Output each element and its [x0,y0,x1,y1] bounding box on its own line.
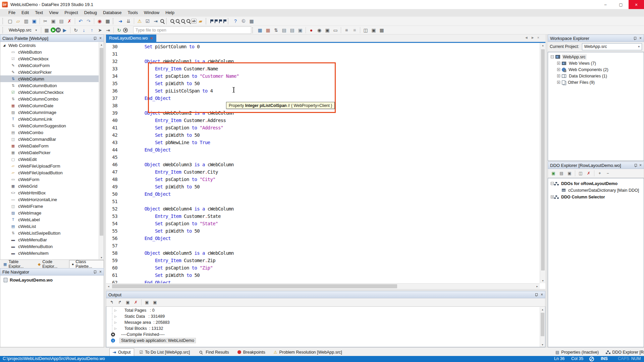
menu-view[interactable]: View [46,9,61,16]
run-to-cursor-icon[interactable]: ➤ [96,26,104,34]
step-into-icon[interactable]: ↓ [80,26,88,34]
palette-item-cwebdateform[interactable]: ▦cWebDateForm [0,142,104,149]
menu-project[interactable]: Project [61,9,81,16]
palette-item-cwebhorizontalline[interactable]: —cWebHorizontalLine [0,196,104,203]
palette-item-cwebcolumnbutton[interactable]: ⇅cWebColumnButton [0,82,104,89]
find-next-icon[interactable] [175,18,180,24]
editor-horizontal-scrollbar[interactable]: ◄ ► [106,283,540,289]
watch-icon[interactable]: ◉ [315,26,323,34]
new-file-icon[interactable]: ▢ [6,17,14,25]
scrollbar-thumb[interactable] [541,313,544,336]
undo-icon[interactable]: ↶ [76,17,85,25]
palette-item-cwebedit[interactable]: ▢cWebEdit [0,156,104,163]
palette-item-cweblistswipebutton[interactable]: ⇅cWebListSwipeButton [0,230,104,236]
class-palette-scrollbar[interactable]: ▲ ▼ [99,42,104,260]
help-icon[interactable]: ? [231,17,239,25]
split-window-icon[interactable]: ◫ [362,26,370,34]
scroll-up-icon[interactable]: ▲ [540,307,545,312]
tree-item-web-views-7-[interactable]: +Web Views (7) [557,60,597,66]
find-in-files-icon[interactable] [186,18,191,24]
bottom-tab-todo[interactable]: ☑To Do List [WebApp.src] [137,348,193,356]
cut-icon[interactable]: ✂ [41,17,49,25]
outline-view-icon[interactable]: ≡ [351,26,359,34]
output-line[interactable]: ▷Total Pages : 0 [106,307,536,313]
bottom-tab-breakpoint[interactable]: Breakpoints [234,348,268,356]
bottom-tab-properties[interactable]: ▤Properties (Inactive) [552,348,602,356]
tree-item-ddos-for-orowlayoutdemo[interactable]: −DDOs for oRowLayoutDemo [551,180,619,187]
tree-item-ddo-column-selector[interactable]: +DDO Column Selector [551,194,606,200]
menu-window[interactable]: Window [141,9,162,16]
palette-item-cweblabel[interactable]: TcWebLabel [0,216,104,223]
close-icon[interactable]: × [639,164,642,167]
bottom-tab-find[interactable]: Find Results [195,348,232,356]
pin-icon[interactable] [634,164,637,167]
find-icon[interactable] [170,18,175,24]
palette-item-cwebmenuitem[interactable]: ▬cWebMenuItem [0,250,104,256]
palette-item-cwebcommandbar[interactable]: ◫cWebCommandBar [0,136,104,142]
find-previous-icon[interactable] [180,18,186,24]
palette-item-cwebcolumnlink[interactable]: TcWebColumnLink [0,116,104,122]
scroll-down-icon[interactable]: ▼ [540,278,546,283]
menu-help[interactable]: Help [162,9,177,16]
stop-debugging-icon[interactable] [123,28,128,33]
paste-icon[interactable]: ▤ [57,17,65,25]
close-document-icon[interactable]: × [537,36,539,40]
compare-ddo-icon[interactable]: ◫ [577,169,585,177]
database-tools-icon[interactable]: ▤ [288,26,296,34]
palette-item-cwebdatepicker[interactable]: ▦cWebDatePicker [0,149,104,156]
palette-item-cwebcolorpicker[interactable]: ✎cWebColorPicker [0,69,104,75]
menu-file[interactable]: File [5,9,18,16]
menu-debug[interactable]: Debug [81,9,100,16]
palette-item-cwebcolorform[interactable]: ✎cWebColorForm [0,62,104,69]
palette-item-cwebform[interactable]: ▭cWebForm [0,176,104,183]
keyboard-map-icon[interactable]: ▦ [248,17,256,25]
record-macro-icon[interactable]: ◉ [96,17,104,25]
output-scrollbar[interactable]: ▲ ▼ [540,307,545,347]
pin-icon[interactable] [93,37,97,40]
expand-arrow-icon[interactable]: ▷ [114,309,117,312]
copy-icon[interactable]: ▣ [49,17,57,25]
maximize-button[interactable]: ▢ [613,0,629,9]
refresh-icon[interactable]: ↻ [115,26,123,34]
list-view-icon[interactable]: ≡ [342,26,351,34]
palette-item-cwebhtmlbox[interactable]: <>cWebHtmlBox [0,189,104,196]
output-line[interactable]: ----Compile Finished---- [106,331,536,338]
add-ddo-icon[interactable]: ▣ [549,169,557,177]
error-list-icon[interactable]: ⚠ [136,17,144,25]
palette-item-cwebcolumncombo[interactable]: ⇅cWebColumnCombo [0,96,104,102]
tree-item-web-components-2-[interactable]: +Web Components (2) [557,66,609,73]
scrollbar-thumb[interactable] [541,49,545,270]
scrollbar-thumb[interactable] [100,48,103,236]
pin-icon[interactable] [93,270,97,274]
step-out-icon[interactable]: ↑ [88,26,96,34]
print-icon[interactable]: ▦ [104,17,112,25]
arrange-windows-icon[interactable]: ▣ [370,26,378,34]
palette-item-cwebfileuploadbutton[interactable]: ▱cWebFileUploadButton [0,169,104,176]
expand-icon[interactable]: + [557,74,560,77]
scroll-up-icon[interactable]: ▲ [540,43,546,48]
redo-icon[interactable]: ↷ [85,17,93,25]
save-icon[interactable]: ▥ [22,17,30,25]
expand-all-icon[interactable]: + [596,169,604,177]
delete-ddo-icon[interactable]: ✗ [585,169,593,177]
menu-tools[interactable]: Tools [125,9,141,16]
register-components-icon[interactable]: ▦ [43,26,51,34]
tab-code-explorer[interactable]: ◆Code Explor... [35,260,69,268]
export-icon[interactable]: ⇥ [152,17,160,25]
collapse-all-icon[interactable]: − [604,169,612,177]
deploy-client-icon[interactable]: ➜ [116,17,124,25]
expand-arrow-icon[interactable]: ▷ [114,321,117,324]
scroll-down-icon[interactable]: ▼ [540,342,545,347]
find-previous-message-icon[interactable]: ↰ [108,298,116,306]
palette-item-cwebcolumndate[interactable]: ▦cWebColumnDate [0,102,104,109]
palette-item-cwebiframe[interactable]: ◫cWebIFrame [0,203,104,209]
expand-arrow-icon[interactable]: ▷ [114,327,117,330]
clear-output-icon[interactable]: ✗ [132,298,140,306]
menu-text[interactable]: Text [32,9,46,16]
next-bookmark-icon[interactable] [222,19,227,24]
tree-item-data-dictionaries-1-[interactable]: +Data Dictionaries (1) [557,73,608,79]
ddo-settings-icon[interactable]: ▤ [557,169,566,177]
replace-block-icon[interactable]: ▰ [197,17,205,25]
expand-icon[interactable]: + [551,195,554,198]
current-project-combo[interactable]: WebApp.src ▾ [582,43,642,50]
